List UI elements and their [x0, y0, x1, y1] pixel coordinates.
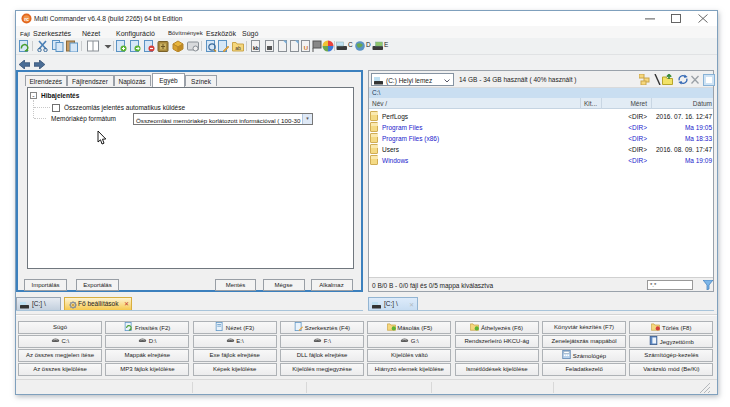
- svg-text:kb: kb: [253, 45, 259, 51]
- svg-text:ab: ab: [235, 45, 241, 51]
- svg-text:rc: rc: [24, 16, 29, 22]
- svg-text:U: U: [304, 45, 308, 51]
